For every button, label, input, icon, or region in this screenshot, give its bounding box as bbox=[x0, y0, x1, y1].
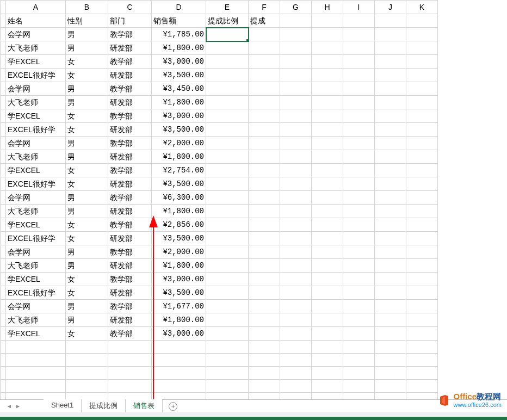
col-header-K[interactable]: K bbox=[406, 1, 438, 14]
cell[interactable] bbox=[280, 380, 312, 393]
cell-gender[interactable]: 女 bbox=[66, 232, 108, 245]
cell[interactable] bbox=[406, 96, 438, 109]
cell[interactable]: 部门 bbox=[108, 14, 152, 28]
table-row[interactable]: EXCEL很好学女研发部¥3,500.00 bbox=[1, 286, 438, 300]
cell-ratio[interactable] bbox=[206, 123, 249, 137]
cell-amount[interactable]: ¥2,856.00 bbox=[152, 218, 206, 232]
cell[interactable] bbox=[343, 137, 375, 150]
cell[interactable] bbox=[406, 313, 438, 327]
cell-name[interactable]: 大飞老师 bbox=[6, 96, 66, 109]
cell-dept[interactable]: 教学部 bbox=[108, 109, 152, 123]
cell-dept[interactable]: 教学部 bbox=[108, 28, 152, 41]
cell[interactable] bbox=[312, 96, 343, 109]
cell-ratio[interactable] bbox=[206, 245, 249, 259]
cell[interactable] bbox=[375, 150, 406, 164]
cell[interactable] bbox=[406, 177, 438, 191]
cell-ratio[interactable] bbox=[206, 218, 249, 232]
cell[interactable] bbox=[280, 96, 312, 109]
cell-commission[interactable] bbox=[249, 245, 280, 259]
cell[interactable] bbox=[312, 259, 343, 273]
cell-gender[interactable]: 男 bbox=[66, 137, 108, 150]
cell-amount[interactable]: ¥1,800.00 bbox=[152, 41, 206, 55]
cell[interactable] bbox=[343, 367, 375, 380]
cell[interactable] bbox=[343, 69, 375, 82]
table-row[interactable]: 大飞老师男研发部¥1,800.00 bbox=[1, 313, 438, 327]
cell[interactable] bbox=[343, 55, 375, 69]
cell-amount[interactable]: ¥1,800.00 bbox=[152, 150, 206, 164]
cell-commission[interactable] bbox=[249, 177, 280, 191]
cell[interactable] bbox=[6, 341, 66, 354]
cell[interactable] bbox=[280, 109, 312, 123]
cell-gender[interactable]: 男 bbox=[66, 313, 108, 327]
cell-ratio[interactable] bbox=[206, 259, 249, 273]
cell[interactable] bbox=[375, 191, 406, 205]
row-header[interactable] bbox=[1, 109, 6, 123]
spreadsheet-grid[interactable]: A B C D E F G H I J K 姓名性别部门销售额提成比例提成会学网… bbox=[0, 0, 507, 402]
cell-ratio[interactable] bbox=[206, 137, 249, 150]
cell[interactable] bbox=[375, 14, 406, 28]
table-row[interactable]: 学EXCEL女教学部¥3,000.00 bbox=[1, 273, 438, 286]
cell-amount[interactable]: ¥6,300.00 bbox=[152, 191, 206, 205]
row-header[interactable] bbox=[1, 232, 6, 245]
cell[interactable] bbox=[66, 354, 108, 367]
cell-ratio[interactable] bbox=[206, 109, 249, 123]
cell-name[interactable]: 会学网 bbox=[6, 82, 66, 96]
col-header-A[interactable]: A bbox=[6, 1, 66, 14]
cell[interactable] bbox=[343, 313, 375, 327]
table-row[interactable]: 大飞老师男研发部¥1,800.00 bbox=[1, 96, 438, 109]
cell[interactable] bbox=[343, 28, 375, 41]
cell-dept[interactable]: 教学部 bbox=[108, 300, 152, 313]
table-row[interactable]: 学EXCEL女教学部¥3,000.00 bbox=[1, 55, 438, 69]
cell[interactable] bbox=[152, 341, 206, 354]
cell-name[interactable]: 学EXCEL bbox=[6, 55, 66, 69]
row-header[interactable] bbox=[1, 55, 6, 69]
cell[interactable] bbox=[406, 218, 438, 232]
col-header-C[interactable]: C bbox=[108, 1, 152, 14]
cell[interactable] bbox=[375, 55, 406, 69]
cell-name[interactable]: 会学网 bbox=[6, 28, 66, 41]
cell[interactable] bbox=[280, 300, 312, 313]
cell[interactable] bbox=[206, 380, 249, 393]
cell-dept[interactable]: 研发部 bbox=[108, 69, 152, 82]
cell[interactable] bbox=[406, 259, 438, 273]
cell-amount[interactable]: ¥1,800.00 bbox=[152, 205, 206, 218]
sheet-table[interactable]: A B C D E F G H I J K 姓名性别部门销售额提成比例提成会学网… bbox=[0, 0, 438, 402]
row-header[interactable] bbox=[1, 191, 6, 205]
cell[interactable] bbox=[206, 367, 249, 380]
cell[interactable] bbox=[280, 341, 312, 354]
row-header[interactable] bbox=[1, 218, 6, 232]
cell-commission[interactable] bbox=[249, 327, 280, 341]
cell[interactable] bbox=[312, 137, 343, 150]
cell-amount[interactable]: ¥3,500.00 bbox=[152, 286, 206, 300]
cell[interactable] bbox=[312, 218, 343, 232]
cell[interactable] bbox=[66, 341, 108, 354]
cell-gender[interactable]: 女 bbox=[66, 177, 108, 191]
cell[interactable] bbox=[108, 354, 152, 367]
cell[interactable] bbox=[108, 341, 152, 354]
cell[interactable] bbox=[206, 341, 249, 354]
cell[interactable] bbox=[312, 164, 343, 177]
cell-gender[interactable]: 男 bbox=[66, 28, 108, 41]
cell[interactable] bbox=[312, 191, 343, 205]
cell-commission[interactable] bbox=[249, 69, 280, 82]
cell-name[interactable]: 学EXCEL bbox=[6, 273, 66, 286]
cell-name[interactable]: 大飞老师 bbox=[6, 313, 66, 327]
cell[interactable] bbox=[406, 28, 438, 41]
cell[interactable] bbox=[312, 55, 343, 69]
cell[interactable] bbox=[406, 341, 438, 354]
row-header[interactable] bbox=[1, 273, 6, 286]
cell-dept[interactable]: 研发部 bbox=[108, 232, 152, 245]
cell[interactable] bbox=[66, 367, 108, 380]
cell[interactable] bbox=[406, 137, 438, 150]
cell[interactable] bbox=[280, 82, 312, 96]
cell[interactable] bbox=[280, 137, 312, 150]
table-row[interactable]: 大飞老师男研发部¥1,800.00 bbox=[1, 259, 438, 273]
cell-dept[interactable]: 教学部 bbox=[108, 218, 152, 232]
col-header-J[interactable]: J bbox=[375, 1, 406, 14]
cell[interactable] bbox=[375, 109, 406, 123]
cell[interactable]: 提成 bbox=[249, 14, 280, 28]
cell[interactable] bbox=[312, 109, 343, 123]
cell[interactable] bbox=[406, 191, 438, 205]
cell-dept[interactable]: 教学部 bbox=[108, 55, 152, 69]
cell-amount[interactable]: ¥3,450.00 bbox=[152, 82, 206, 96]
